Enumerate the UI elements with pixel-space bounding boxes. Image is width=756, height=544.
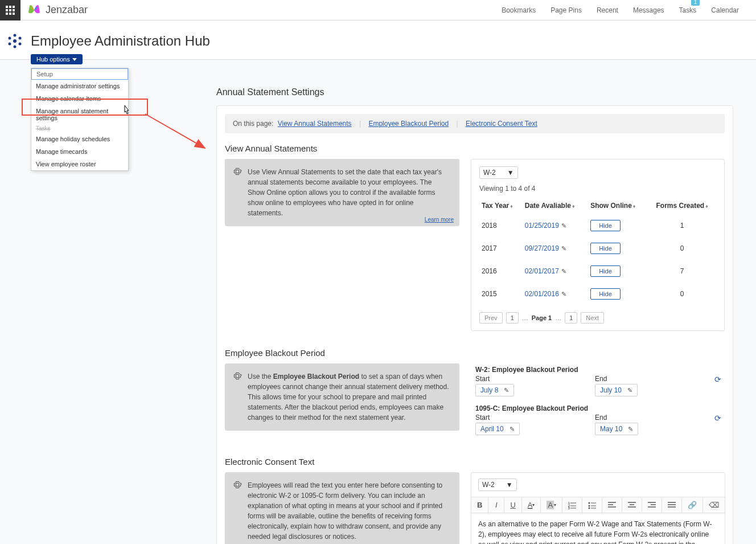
blackout-info-text: Use the Employee Blackout Period to set … <box>248 371 450 423</box>
pencil-icon[interactable]: ✎ <box>504 387 509 394</box>
nav-recent[interactable]: Recent <box>597 3 618 18</box>
hide-button[interactable]: Hide <box>590 265 621 277</box>
col-forms-created[interactable]: Forms Created♦ <box>648 197 716 214</box>
italic-button[interactable]: I <box>488 497 504 513</box>
col-date-available[interactable]: Date Avaliable♦ <box>523 197 588 214</box>
consent-form-type-select[interactable]: W-2 ▼ <box>478 478 517 491</box>
nav-page-pins[interactable]: Page Pins <box>550 3 582 18</box>
w2-blackout-title: W-2: Employee Blackout Period <box>475 366 721 374</box>
link-button[interactable]: 🔗 <box>682 497 703 513</box>
cell-date-available[interactable]: 02/01/2016✎ <box>523 283 588 305</box>
view-annual-info-text: Use View Annual Statements to set the da… <box>248 167 450 218</box>
consent-editor-body[interactable]: As an alternative to the paper Form W-2 … <box>471 513 725 544</box>
dropdown-item-calendar-items[interactable]: Manage calendar items <box>31 92 128 105</box>
pager-prev[interactable]: Prev <box>479 312 503 324</box>
pager-page-1[interactable]: 1 <box>506 312 519 324</box>
hub-options-button[interactable]: Hub options <box>31 54 83 64</box>
start-label: Start <box>475 375 561 383</box>
c1095-end-value[interactable]: May 10✎ <box>595 423 638 435</box>
end-label: End <box>595 414 680 422</box>
c1095-start-value[interactable]: April 10✎ <box>475 423 520 435</box>
nav-calendar[interactable]: Calendar <box>711 3 739 18</box>
jenzabar-butterfly-icon <box>26 2 42 18</box>
cell-date-available[interactable]: 02/01/2017✎ <box>523 260 588 283</box>
cell-date-available[interactable]: 01/25/2019✎ <box>523 214 588 237</box>
pencil-icon[interactable]: ✎ <box>561 291 566 297</box>
pager-current: Page 1 <box>532 314 552 321</box>
page-title: Annual Statement Settings <box>216 87 733 97</box>
learn-more-link[interactable]: Learn more <box>425 216 454 223</box>
pager-dots: … <box>555 314 561 321</box>
clear-format-button[interactable]: ⌫ <box>703 497 725 513</box>
nav-bookmarks[interactable]: Bookmarks <box>502 3 536 18</box>
nav-tasks[interactable]: 1 Tasks <box>679 3 697 18</box>
svg-point-17 <box>589 505 590 506</box>
settings-container: On this page: View Annual Statements | E… <box>216 105 733 544</box>
dropdown-item-employee-roster[interactable]: View employee roster <box>31 158 128 170</box>
align-right-button[interactable] <box>642 498 662 512</box>
unordered-list-button[interactable] <box>582 498 602 513</box>
sort-icon: ♦ <box>705 203 708 209</box>
dropdown-item-admin-settings[interactable]: Manage administrator settings <box>31 80 128 92</box>
hide-button[interactable]: Hide <box>590 243 621 254</box>
pencil-icon[interactable]: ✎ <box>628 426 633 433</box>
form-type-select[interactable]: W-2 ▼ <box>479 166 518 179</box>
col-tax-year[interactable]: Tax Year♦ <box>479 197 523 214</box>
onpage-link-blackout[interactable]: Employee Blackout Period <box>368 120 449 128</box>
dropdown-item-tasks[interactable]: Tasks <box>31 124 128 133</box>
viewing-count-text: Viewing 1 to 4 of 4 <box>479 185 716 193</box>
dropdown-item-holiday-schedules[interactable]: Manage holiday schedules <box>31 133 128 145</box>
pencil-icon[interactable]: ✎ <box>561 245 566 252</box>
pager-page-1b[interactable]: 1 <box>565 312 577 324</box>
pencil-icon[interactable]: ✎ <box>510 426 515 433</box>
cell-forms-created: 0 <box>648 237 716 260</box>
onpage-link-consent[interactable]: Electronic Consent Text <box>466 120 537 128</box>
svg-point-2 <box>19 37 22 40</box>
refresh-icon[interactable]: ⟳ <box>714 375 721 384</box>
cell-show-online: Hide <box>588 214 648 237</box>
col-show-online[interactable]: Show Online♦ <box>588 197 648 214</box>
align-left-button[interactable] <box>602 498 622 512</box>
blackout-info-box: Use the Employee Blackout Period to set … <box>225 363 459 431</box>
pager-next[interactable]: Next <box>581 312 604 324</box>
hide-button[interactable]: Hide <box>590 220 621 231</box>
cell-forms-created: 0 <box>648 283 716 305</box>
caret-down-icon: ▼ <box>506 481 513 489</box>
sort-icon: ♦ <box>572 203 575 209</box>
ordered-list-button[interactable]: 123 <box>562 498 582 513</box>
hide-button[interactable]: Hide <box>590 288 621 300</box>
dropdown-item-timecards[interactable]: Manage timecards <box>31 145 128 158</box>
brand-logo[interactable]: Jenzabar <box>20 2 88 18</box>
brand-name: Jenzabar <box>46 4 88 16</box>
consent-info-text: Employees will read the text you enter h… <box>248 480 450 542</box>
cell-tax-year: 2018 <box>479 214 523 237</box>
apps-menu-button[interactable] <box>0 0 20 21</box>
w2-start-value[interactable]: July 8✎ <box>475 384 514 396</box>
hub-options-dropdown: Setup Manage administrator settings Mana… <box>31 68 129 171</box>
table-row: 201602/01/2017✎Hide7 <box>479 260 716 283</box>
svg-line-8 <box>145 114 205 148</box>
dropdown-item-annual-statement[interactable]: Manage annual statement settings <box>31 105 128 124</box>
pencil-icon[interactable]: ✎ <box>561 268 566 275</box>
bold-button[interactable]: B <box>471 497 488 513</box>
cell-date-available[interactable]: 09/27/2019✎ <box>523 237 588 260</box>
underline-button[interactable]: U <box>504 497 521 513</box>
table-row: 201709/27/2019✎Hide0 <box>479 237 716 260</box>
table-row: 201502/01/2016✎Hide0 <box>479 283 716 305</box>
highlight-button[interactable]: A ▾ <box>541 497 562 513</box>
w2-end-value[interactable]: July 10✎ <box>595 384 638 396</box>
align-justify-button[interactable] <box>662 498 682 512</box>
svg-text:3: 3 <box>568 506 570 509</box>
pencil-icon[interactable]: ✎ <box>561 222 566 229</box>
onpage-link-view-annual[interactable]: View Annual Statements <box>278 120 352 128</box>
align-center-button[interactable] <box>622 498 642 512</box>
sort-icon: ♦ <box>633 203 636 209</box>
pencil-icon[interactable]: ✎ <box>627 387 632 394</box>
annual-statements-panel: W-2 ▼ Viewing 1 to 4 of 4 Tax Year♦ Date… <box>471 159 725 331</box>
refresh-icon[interactable]: ⟳ <box>714 414 721 423</box>
annotation-arrow-icon <box>142 111 216 157</box>
nav-messages[interactable]: Messages <box>633 3 664 18</box>
consent-editor-panel: W-2 ▼ B I U A ▾ A ▾ 123 <box>471 472 725 544</box>
font-color-button[interactable]: A ▾ <box>522 497 541 513</box>
pager-dots: … <box>522 314 528 321</box>
